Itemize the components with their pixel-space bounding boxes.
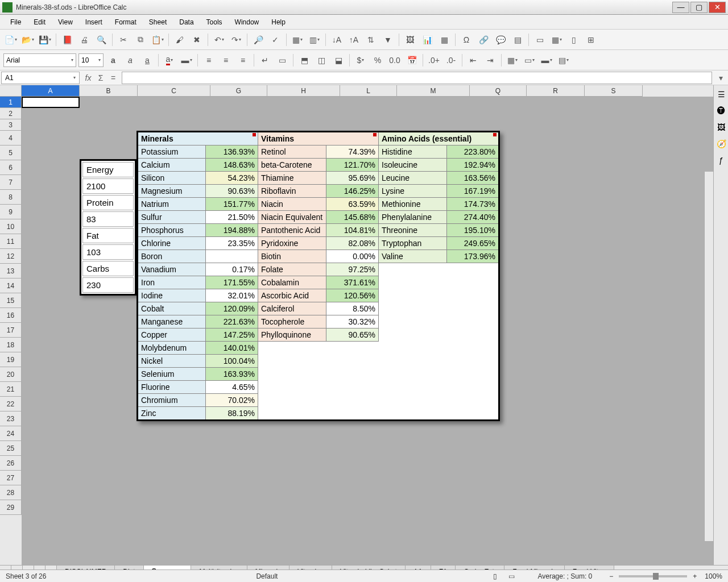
row-header-5[interactable]: 5 bbox=[0, 146, 22, 160]
sidebar-properties-icon[interactable]: ☰ bbox=[714, 87, 728, 102]
special-char-icon[interactable]: Ω bbox=[459, 32, 474, 47]
menu-tools[interactable]: Tools bbox=[201, 16, 228, 28]
export-pdf-icon[interactable]: 📕 bbox=[60, 32, 75, 47]
cut-icon[interactable]: ✂ bbox=[116, 32, 131, 47]
menu-view[interactable]: View bbox=[52, 16, 78, 28]
align-center-icon[interactable]: ≡ bbox=[218, 53, 233, 68]
row-header-25[interactable]: 25 bbox=[0, 441, 22, 456]
row-header-4[interactable]: 4 bbox=[0, 131, 22, 146]
row-header-28[interactable]: 28 bbox=[0, 485, 22, 500]
valign-bot-icon[interactable]: ⬓ bbox=[331, 53, 346, 68]
row-header-27[interactable]: 27 bbox=[0, 471, 22, 485]
valign-mid-icon[interactable]: ◫ bbox=[314, 53, 329, 68]
expand-formula-icon[interactable]: ▾ bbox=[714, 72, 727, 84]
align-right-icon[interactable]: ≡ bbox=[235, 53, 250, 68]
hyperlink-icon[interactable]: 🔗 bbox=[476, 32, 491, 47]
borders-icon[interactable]: ▦▾ bbox=[505, 53, 520, 68]
row-header-18[interactable]: 18 bbox=[0, 338, 22, 352]
align-left-icon[interactable]: ≡ bbox=[201, 53, 216, 68]
border-style-icon[interactable]: ▭▾ bbox=[522, 53, 537, 68]
sidebar-styles-icon[interactable]: 🅣 bbox=[714, 103, 728, 118]
sidebar-functions-icon[interactable]: ƒ bbox=[714, 153, 728, 168]
comment-icon[interactable]: 💬 bbox=[493, 32, 508, 47]
row-header-11[interactable]: 11 bbox=[0, 234, 22, 249]
select-all-corner[interactable] bbox=[0, 85, 22, 97]
freeze-icon[interactable]: ▦▾ bbox=[549, 32, 564, 47]
column-header-L[interactable]: L bbox=[340, 85, 397, 97]
row-header-8[interactable]: 8 bbox=[0, 190, 22, 205]
close-button[interactable]: ✕ bbox=[709, 2, 726, 13]
column-header-B[interactable]: B bbox=[80, 85, 138, 97]
comment-indicator-icon[interactable] bbox=[373, 133, 377, 136]
menu-sheet[interactable]: Sheet bbox=[143, 16, 172, 28]
inc-decimal-icon[interactable]: .0+ bbox=[427, 53, 441, 68]
font-name-combo[interactable]: Arial▾ bbox=[3, 53, 76, 67]
date-icon[interactable]: 📅 bbox=[404, 53, 419, 68]
window-icon[interactable]: ⊞ bbox=[584, 32, 598, 47]
zoom-out-icon[interactable]: − bbox=[609, 572, 613, 580]
sort-desc-icon[interactable]: ↑A bbox=[346, 32, 361, 47]
zoom-in-icon[interactable]: + bbox=[693, 572, 697, 580]
active-cell[interactable] bbox=[22, 97, 80, 108]
save-icon[interactable]: 💾▾ bbox=[38, 32, 52, 47]
row-header-12[interactable]: 12 bbox=[0, 249, 22, 264]
sum-icon[interactable]: Σ bbox=[94, 72, 107, 84]
vertical-scrollbar[interactable] bbox=[704, 172, 713, 541]
open-icon[interactable]: 📂▾ bbox=[20, 32, 35, 47]
border-color-icon[interactable]: ▬▾ bbox=[539, 53, 554, 68]
font-color-icon[interactable]: a▾ bbox=[162, 53, 177, 68]
row-header-13[interactable]: 13 bbox=[0, 264, 22, 278]
copy-icon[interactable]: ⧉ bbox=[133, 32, 148, 47]
menu-window[interactable]: Window bbox=[229, 16, 265, 28]
sort-asc-icon[interactable]: ↓A bbox=[329, 32, 344, 47]
number-icon[interactable]: 0.0 bbox=[387, 53, 402, 68]
italic-icon[interactable]: a bbox=[123, 53, 138, 68]
spellcheck-icon[interactable]: ✓ bbox=[268, 32, 283, 47]
print-icon[interactable]: 🖨 bbox=[77, 32, 92, 47]
merge-icon[interactable]: ▭ bbox=[275, 53, 289, 68]
column-header-S[interactable]: S bbox=[585, 85, 643, 97]
menu-file[interactable]: File bbox=[5, 16, 27, 28]
row-header-17[interactable]: 17 bbox=[0, 323, 22, 338]
row-header-29[interactable]: 29 bbox=[0, 500, 22, 515]
menu-edit[interactable]: Edit bbox=[28, 16, 51, 28]
clone-format-icon[interactable]: 🖌 bbox=[172, 32, 187, 47]
paste-icon[interactable]: 📋▾ bbox=[150, 32, 165, 47]
chart-icon[interactable]: 📊 bbox=[420, 32, 435, 47]
clear-format-icon[interactable]: ✖ bbox=[189, 32, 204, 47]
row-header-9[interactable]: 9 bbox=[0, 205, 22, 219]
zoom-slider[interactable] bbox=[619, 575, 687, 577]
menu-data[interactable]: Data bbox=[173, 16, 199, 28]
row-header-7[interactable]: 7 bbox=[0, 175, 22, 190]
row-header-2[interactable]: 2 bbox=[0, 108, 22, 119]
find-icon[interactable]: 🔎 bbox=[251, 32, 266, 47]
status-selection-mode-icon[interactable]: ▭ bbox=[508, 572, 515, 580]
row-header-20[interactable]: 20 bbox=[0, 367, 22, 382]
column-header-C[interactable]: C bbox=[138, 85, 210, 97]
row-header-23[interactable]: 23 bbox=[0, 411, 22, 426]
row-header-22[interactable]: 22 bbox=[0, 397, 22, 411]
cond-format-icon[interactable]: ▤▾ bbox=[556, 53, 571, 68]
sidebar-gallery-icon[interactable]: 🖼 bbox=[714, 120, 728, 135]
font-size-combo[interactable]: 10▾ bbox=[78, 53, 104, 67]
row-header-14[interactable]: 14 bbox=[0, 278, 22, 293]
highlight-icon[interactable]: ▬▾ bbox=[179, 53, 194, 68]
comment-indicator-icon[interactable] bbox=[493, 133, 497, 136]
formula-input[interactable] bbox=[122, 72, 712, 84]
row-header-26[interactable]: 26 bbox=[0, 456, 22, 471]
column-header-G[interactable]: G bbox=[210, 85, 267, 97]
redo-icon[interactable]: ↷▾ bbox=[229, 32, 243, 47]
currency-icon[interactable]: $▾ bbox=[353, 53, 368, 68]
menu-help[interactable]: Help bbox=[266, 16, 291, 28]
pivot-icon[interactable]: ▦ bbox=[437, 32, 452, 47]
dec-decimal-icon[interactable]: .0- bbox=[444, 53, 458, 68]
column-header-Q[interactable]: Q bbox=[470, 85, 527, 97]
maximize-button[interactable]: ▢ bbox=[690, 2, 708, 13]
column-header-A[interactable]: A bbox=[22, 85, 80, 97]
split-icon[interactable]: ▯ bbox=[566, 32, 581, 47]
minimize-button[interactable]: — bbox=[672, 2, 689, 13]
row-header-16[interactable]: 16 bbox=[0, 308, 22, 323]
percent-icon[interactable]: % bbox=[370, 53, 385, 68]
menu-format[interactable]: Format bbox=[109, 16, 142, 28]
valign-top-icon[interactable]: ⬒ bbox=[297, 53, 312, 68]
